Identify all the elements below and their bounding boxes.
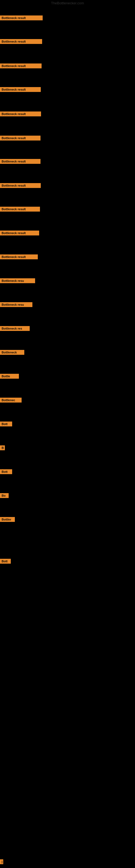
bottleneck-badge-text-17: Bottlenec bbox=[0, 398, 21, 403]
bottleneck-badge-text-21: Bo bbox=[0, 493, 9, 498]
bottleneck-badge-text-5: Bottleneck result bbox=[0, 112, 41, 116]
bottleneck-badge-7: Bottleneck result bbox=[0, 159, 41, 165]
bottleneck-badge-text-12: Bottleneck resu bbox=[0, 278, 35, 283]
bottleneck-badge-text-9: Bottleneck result bbox=[0, 207, 40, 212]
bottleneck-badge-6: Bottleneck result bbox=[0, 135, 41, 142]
bottleneck-badge-4: Bottleneck result bbox=[0, 87, 41, 93]
bottleneck-badge-text-3: Bottleneck result bbox=[0, 63, 42, 68]
bottleneck-badge-text-15: Bottleneck bbox=[0, 350, 24, 355]
bottleneck-badge-5: Bottleneck result bbox=[0, 112, 41, 118]
bottleneck-badge-text-6: Bottleneck result bbox=[0, 135, 41, 141]
bottleneck-badge-text-22: Bottler bbox=[0, 517, 15, 522]
site-title: TheBottlenecker.com bbox=[0, 1, 135, 5]
bottleneck-badge-10: Bottleneck result bbox=[0, 230, 39, 237]
bottleneck-badge-text-16: Bottle bbox=[0, 374, 19, 379]
bottleneck-badge-18: Bott bbox=[0, 422, 12, 428]
bottleneck-badge-21: Bo bbox=[0, 493, 9, 499]
bottleneck-badge-13: Bottleneck resu bbox=[0, 302, 32, 308]
bottleneck-badge-text-18: Bott bbox=[0, 422, 12, 426]
bottleneck-badge-23: Bott bbox=[0, 559, 11, 565]
bottleneck-badge-text-19: B bbox=[0, 445, 5, 450]
bottleneck-badge-text-1: Bottleneck result bbox=[0, 16, 43, 20]
bottleneck-badge-text-10: Bottleneck result bbox=[0, 230, 39, 236]
bottleneck-badge-text-24: | bbox=[0, 859, 3, 864]
bottleneck-badge-8: Bottleneck result bbox=[0, 183, 41, 189]
bottleneck-badge-text-14: Bottleneck res bbox=[0, 326, 30, 331]
bottleneck-badge-text-8: Bottleneck result bbox=[0, 183, 41, 188]
bottleneck-badge-text-11: Bottleneck result bbox=[0, 254, 38, 259]
bottleneck-badge-22: Bottler bbox=[0, 517, 15, 523]
bottleneck-badge-15: Bottleneck bbox=[0, 350, 24, 356]
bottleneck-badge-16: Bottle bbox=[0, 374, 19, 380]
bottleneck-badge-20: Bott bbox=[0, 469, 12, 475]
bottleneck-badge-11: Bottleneck result bbox=[0, 254, 38, 260]
bottleneck-badge-17: Bottlenec bbox=[0, 398, 21, 404]
bottleneck-badge-9: Bottleneck result bbox=[0, 207, 40, 213]
bottleneck-badge-2: Bottleneck result bbox=[0, 39, 42, 45]
bottleneck-badge-19: B bbox=[0, 445, 5, 452]
bottleneck-badge-14: Bottleneck res bbox=[0, 326, 30, 332]
bottleneck-badge-24: | bbox=[0, 859, 3, 865]
bottleneck-badge-text-23: Bott bbox=[0, 559, 11, 564]
bottleneck-badge-text-4: Bottleneck result bbox=[0, 87, 41, 92]
bottleneck-badge-3: Bottleneck result bbox=[0, 63, 42, 69]
bottleneck-badge-text-2: Bottleneck result bbox=[0, 39, 42, 44]
bottleneck-badge-12: Bottleneck resu bbox=[0, 278, 35, 284]
bottleneck-badge-text-7: Bottleneck result bbox=[0, 159, 41, 164]
bottleneck-badge-text-13: Bottleneck resu bbox=[0, 302, 32, 307]
bottleneck-badge-1: Bottleneck result bbox=[0, 16, 43, 22]
bottleneck-badge-text-20: Bott bbox=[0, 469, 12, 474]
